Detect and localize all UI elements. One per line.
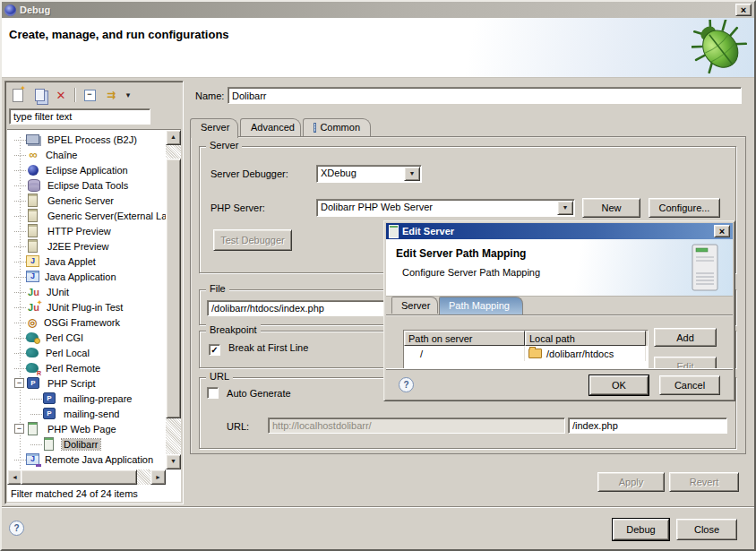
php-icon: P xyxy=(43,392,56,404)
tab-server-label: Server xyxy=(201,122,229,133)
duplicate-configuration-button[interactable] xyxy=(30,86,49,104)
tree-connector xyxy=(14,216,26,217)
config-tree: BPEL Process (B2J)∞ChaîneEclipse Applica… xyxy=(7,130,166,469)
tree-item-php-script[interactable]: −PPHP Script xyxy=(7,375,166,391)
php-server-combo[interactable]: Dolibarr PHP Web Server ▼ xyxy=(316,199,575,217)
footer-separator xyxy=(2,506,754,508)
configure-server-button[interactable]: Configure... xyxy=(649,198,720,218)
filter-configurations-button[interactable]: ⇉ xyxy=(101,86,121,104)
revert-button[interactable]: Revert xyxy=(669,472,739,492)
tree-vertical-scrollbar[interactable]: ▲ ▼ xyxy=(166,130,181,469)
tree-horizontal-scrollbar[interactable]: ◄ ► xyxy=(7,469,166,485)
server-debugger-combo[interactable]: XDebug ▼ xyxy=(316,165,422,183)
tab-advanced[interactable]: Advanced xyxy=(240,118,301,136)
tab-advanced-label: Advanced xyxy=(251,122,295,133)
tree-item-perl-local[interactable]: Perl Local xyxy=(7,345,166,360)
dialog-tab-server[interactable]: Server xyxy=(391,297,438,314)
tab-server[interactable]: Server xyxy=(190,118,238,138)
vertical-scroll-thumb[interactable] xyxy=(166,159,181,418)
tree-item-mailing-prepare[interactable]: Pmailing-prepare xyxy=(7,391,166,406)
tree-item-label: mailing-prepare xyxy=(62,393,133,404)
tree-item-java-applet[interactable]: JJava Applet xyxy=(7,254,166,269)
close-button[interactable]: Close xyxy=(676,519,737,540)
tree-connector xyxy=(14,140,26,141)
toolbar-menu-button[interactable]: ▾ xyxy=(123,86,133,104)
dialog-tab-path-mapping[interactable]: Path Mapping xyxy=(439,297,523,314)
tree-item-eclipse-data-tools[interactable]: Eclipse Data Tools xyxy=(7,177,166,193)
edit-server-header: Edit Server Path Mapping Configure Serve… xyxy=(386,239,733,297)
tree-item-label: OSGi Framework xyxy=(42,317,122,328)
url-base-input[interactable] xyxy=(268,418,565,434)
mapping-row[interactable]: //dolibarr/htdocs xyxy=(404,346,648,361)
break-first-line-checkbox[interactable]: ✓ xyxy=(209,344,220,356)
tree-item-label: PHP Script xyxy=(46,378,98,389)
new-configuration-button[interactable] xyxy=(8,86,28,104)
tree-item-label: mailing-send xyxy=(62,409,121,419)
tree-item-bpel-process-b2j[interactable]: BPEL Process (B2J) xyxy=(7,132,166,147)
tree-item-perl-cgi[interactable]: Perl CGI xyxy=(7,330,166,345)
expander-minus-icon[interactable]: − xyxy=(14,424,24,434)
tree-connector xyxy=(14,262,26,263)
edit-server-titlebar[interactable]: Edit Server × xyxy=(386,223,733,239)
window-titlebar[interactable]: Debug × xyxy=(2,2,754,18)
chain-icon: ∞ xyxy=(26,149,40,161)
tree-connector xyxy=(14,185,26,186)
tree-item-osgi-framework[interactable]: ◎OSGi Framework xyxy=(7,314,166,330)
tree-item-java-application[interactable]: JJava Application xyxy=(7,269,166,284)
name-input[interactable] xyxy=(228,87,742,104)
new-server-button[interactable]: New xyxy=(582,198,640,218)
cancel-button[interactable]: Cancel xyxy=(659,375,720,395)
break-first-line-label: Break at First Line xyxy=(228,342,308,353)
chevron-down-icon[interactable]: ▼ xyxy=(404,167,420,181)
path-on-server-cell: / xyxy=(404,346,525,361)
tab-common[interactable]: Common xyxy=(303,118,371,136)
tree-connector xyxy=(14,277,26,278)
tree-item-j2ee-preview[interactable]: J2EE Preview xyxy=(7,238,166,254)
ok-button[interactable]: OK xyxy=(589,375,649,395)
tree-item-junit[interactable]: JuJUnit xyxy=(7,284,166,299)
tree-item-generic-server-external-la[interactable]: Generic Server(External La xyxy=(7,208,166,223)
test-debugger-button[interactable]: Test Debugger xyxy=(213,229,292,251)
apply-button[interactable]: Apply xyxy=(597,472,665,492)
scroll-down-icon[interactable]: ▼ xyxy=(166,454,181,469)
filter-input[interactable] xyxy=(9,108,150,125)
url-path-input[interactable] xyxy=(568,418,727,434)
horizontal-scroll-thumb[interactable] xyxy=(21,469,137,485)
tree-item-label: J2EE Preview xyxy=(46,241,110,252)
table-icon xyxy=(314,123,316,133)
delete-configuration-button[interactable]: ✕ xyxy=(51,86,71,104)
tree-item-label: PHP Web Page xyxy=(46,424,118,435)
help-icon[interactable]: ? xyxy=(9,521,24,536)
scroll-up-icon[interactable]: ▲ xyxy=(166,130,181,145)
scroll-right-icon[interactable]: ► xyxy=(150,469,166,485)
dialog-help-icon[interactable]: ? xyxy=(399,377,414,392)
tree-item-label: Perl CGI xyxy=(44,332,85,343)
datatools-icon xyxy=(28,179,40,192)
debug-button[interactable]: Debug xyxy=(613,519,669,540)
tree-item-remote-java-application[interactable]: JRemote Java Application xyxy=(7,452,166,467)
chevron-down-icon[interactable]: ▼ xyxy=(557,201,573,215)
mapping-rows: //dolibarr/htdocs xyxy=(404,346,648,361)
tree-item-php-web-page[interactable]: −PHP Web Page xyxy=(7,421,166,436)
column-local-path[interactable]: Local path xyxy=(525,331,646,346)
expander-minus-icon[interactable]: − xyxy=(14,378,24,388)
collapse-all-button[interactable]: − xyxy=(80,86,99,104)
server-tower-icon xyxy=(690,243,722,293)
tree-item-mailing-send[interactable]: Pmailing-send xyxy=(7,406,166,421)
tree-item-generic-server[interactable]: Generic Server xyxy=(7,193,166,208)
tree-item-dolibarr[interactable]: Dolibarr xyxy=(7,436,166,452)
auto-generate-checkbox[interactable] xyxy=(207,387,219,399)
column-path-on-server[interactable]: Path on server xyxy=(404,331,525,346)
add-mapping-button[interactable]: Add xyxy=(654,328,717,347)
banner-title: Create, manage, and run configurations xyxy=(9,28,229,41)
tree-item-eclipse-application[interactable]: Eclipse Application xyxy=(7,162,166,177)
tree-connector xyxy=(14,246,26,247)
tree-item-http-preview[interactable]: HTTP Preview xyxy=(7,223,166,238)
tree-item-cha-ne[interactable]: ∞Chaîne xyxy=(7,147,166,162)
edit-server-close-button[interactable]: × xyxy=(714,225,730,237)
window-close-button[interactable]: × xyxy=(735,4,752,16)
tree-item-label: Java Applet xyxy=(43,256,98,267)
eclipse-icon xyxy=(28,165,39,176)
tree-item-junit-plug-in-test[interactable]: JuJUnit Plug-in Test xyxy=(7,299,166,314)
tree-item-perl-remote[interactable]: Perl Remote xyxy=(7,360,166,375)
